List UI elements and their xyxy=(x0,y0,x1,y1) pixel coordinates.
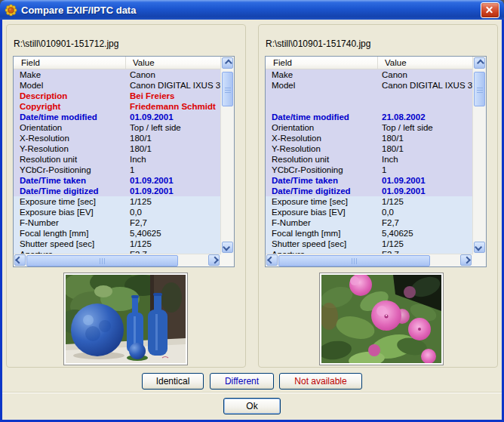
scroll-down-button[interactable] xyxy=(222,242,233,253)
value-cell: 0,0 xyxy=(376,207,473,217)
table-row[interactable]: OrientationTop / left side xyxy=(14,122,221,133)
pink-flowers-photo xyxy=(321,275,441,363)
scroll-up-button[interactable] xyxy=(222,57,233,69)
table-row[interactable]: Exposure bias [EV]0,0 xyxy=(266,207,473,217)
horizontal-scrollbar[interactable] xyxy=(266,254,473,266)
scroll-up-icon xyxy=(225,60,232,67)
field-cell: Date/Time digitized xyxy=(266,186,376,196)
table-row[interactable] xyxy=(266,101,473,112)
value-column-header[interactable]: Value xyxy=(126,57,221,69)
identical-legend-button[interactable]: Identical xyxy=(142,373,204,390)
table-row[interactable]: Exposure bias [EV]0,0 xyxy=(14,207,221,217)
table-row[interactable]: Resolution unitInch xyxy=(266,154,473,165)
vertical-scroll-thumb[interactable] xyxy=(222,72,233,106)
scroll-left-icon xyxy=(267,257,275,264)
table-row[interactable]: Date/Time digitized01.09.2001 xyxy=(14,186,221,196)
different-legend-button[interactable]: Different xyxy=(210,373,274,390)
table-row[interactable]: Date/Time digitized01.09.2001 xyxy=(266,186,473,196)
scroll-right-button[interactable] xyxy=(460,254,472,266)
field-column-header[interactable]: Field xyxy=(266,57,378,69)
table-row[interactable]: MakeCanon xyxy=(14,69,221,80)
field-cell: Exposure bias [EV] xyxy=(14,207,124,217)
value-cell: 180/1 xyxy=(124,133,221,143)
value-cell: 01.09.2001 xyxy=(376,175,473,186)
table-row[interactable]: YCbCr-Positioning1 xyxy=(266,165,473,175)
table-row[interactable]: YCbCr-Positioning1 xyxy=(14,165,221,175)
field-column-header[interactable]: Field xyxy=(14,57,126,69)
table-row[interactable]: ModelCanon DIGITAL IXUS 300 xyxy=(266,80,473,91)
table-row[interactable]: Focal length [mm]5,40625 xyxy=(266,228,473,239)
field-cell: Model xyxy=(266,80,376,91)
table-row[interactable]: X-Resolution180/1 xyxy=(14,133,221,143)
table-row[interactable]: Shutter speed [sec]1/125 xyxy=(14,239,221,249)
value-cell: Inch xyxy=(124,154,221,165)
value-column-header[interactable]: Value xyxy=(378,57,473,69)
scroll-up-button[interactable] xyxy=(474,57,485,69)
horizontal-scrollbar[interactable] xyxy=(14,254,221,266)
field-cell: Y-Resolution xyxy=(266,143,376,154)
scrollbar-corner xyxy=(221,254,234,266)
table-row[interactable]: Date/Time taken01.09.2001 xyxy=(14,175,221,186)
table-row[interactable]: Y-Resolution180/1 xyxy=(266,143,473,154)
field-cell: Shutter speed [sec] xyxy=(266,239,376,249)
titlebar[interactable]: Compare EXIF/IPTC data xyxy=(0,0,504,20)
blue-bottles-photo xyxy=(66,275,186,363)
field-cell: Orientation xyxy=(266,122,376,133)
table-row[interactable]: Exposure time [sec]1/125 xyxy=(14,196,221,207)
table-row[interactable]: F-NumberF2,7 xyxy=(266,217,473,228)
field-cell: Date/time modified xyxy=(266,112,376,122)
table-row[interactable]: ModelCanon DIGITAL IXUS 300 xyxy=(14,80,221,91)
vertical-scrollbar[interactable] xyxy=(220,57,234,254)
value-cell: 01.09.2001 xyxy=(124,112,221,122)
not-available-legend-button[interactable]: Not available xyxy=(279,373,362,390)
table-row[interactable]: OrientationTop / left side xyxy=(266,122,473,133)
scroll-down-button[interactable] xyxy=(474,242,485,253)
value-cell: Canon xyxy=(124,69,221,80)
table-row[interactable]: Date/Time taken01.09.2001 xyxy=(266,175,473,186)
scroll-right-button[interactable] xyxy=(208,254,220,266)
window-title: Compare EXIF/IPTC data xyxy=(21,5,477,16)
table-row[interactable]: Date/time modified21.08.2002 xyxy=(266,112,473,122)
value-cell: 1 xyxy=(124,165,221,175)
table-header[interactable]: Field Value xyxy=(266,57,473,69)
sunflower-icon xyxy=(5,4,17,17)
horizontal-scroll-thumb[interactable] xyxy=(278,255,430,266)
close-button[interactable] xyxy=(481,2,499,18)
field-cell: Shutter speed [sec] xyxy=(14,239,124,249)
value-cell: F2,7 xyxy=(124,217,221,228)
table-row[interactable]: X-Resolution180/1 xyxy=(266,133,473,143)
scroll-left-button[interactable] xyxy=(266,254,278,266)
right-thumbnail xyxy=(319,273,444,365)
table-row[interactable]: DescriptionBei Freiers xyxy=(14,91,221,101)
field-cell: Y-Resolution xyxy=(14,143,124,154)
value-cell: 1/125 xyxy=(376,239,473,249)
scroll-left-button[interactable] xyxy=(14,254,26,266)
table-header[interactable]: Field Value xyxy=(14,57,221,69)
table-row[interactable]: Focal length [mm]5,40625 xyxy=(14,228,221,239)
table-row[interactable]: MakeCanon xyxy=(266,69,473,80)
table-row[interactable] xyxy=(266,91,473,101)
value-cell: 1/125 xyxy=(124,196,221,207)
table-row[interactable]: CopyrightFriedemann Schmidt xyxy=(14,101,221,112)
ok-button[interactable]: Ok xyxy=(223,398,281,414)
table-row[interactable]: Exposure time [sec]1/125 xyxy=(266,196,473,207)
field-cell xyxy=(266,101,376,112)
table-row[interactable]: Y-Resolution180/1 xyxy=(14,143,221,154)
table-row[interactable]: Date/time modified01.09.2001 xyxy=(14,112,221,122)
table-row[interactable]: F-NumberF2,7 xyxy=(14,217,221,228)
vertical-scroll-thumb[interactable] xyxy=(474,72,485,106)
value-cell: 1 xyxy=(376,165,473,175)
value-cell: Canon DIGITAL IXUS 300 xyxy=(376,80,473,91)
left-file-panel: R:\still\010901-151712.jpg Field Value M… xyxy=(6,24,246,368)
value-cell: 180/1 xyxy=(376,143,473,154)
vertical-scrollbar[interactable] xyxy=(472,57,486,254)
field-cell: Resolution unit xyxy=(266,154,376,165)
compare-exif-dialog: Compare EXIF/IPTC data R:\still\010901-1… xyxy=(0,0,504,422)
table-row[interactable]: Shutter speed [sec]1/125 xyxy=(266,239,473,249)
field-cell: Orientation xyxy=(14,122,124,133)
table-row[interactable]: Resolution unitInch xyxy=(14,154,221,165)
right-exif-table: Field Value MakeCanonModelCanon DIGITAL … xyxy=(265,56,487,267)
left-exif-table: Field Value MakeCanonModelCanon DIGITAL … xyxy=(13,56,235,267)
value-cell: Inch xyxy=(376,154,473,165)
horizontal-scroll-thumb[interactable] xyxy=(26,255,178,266)
